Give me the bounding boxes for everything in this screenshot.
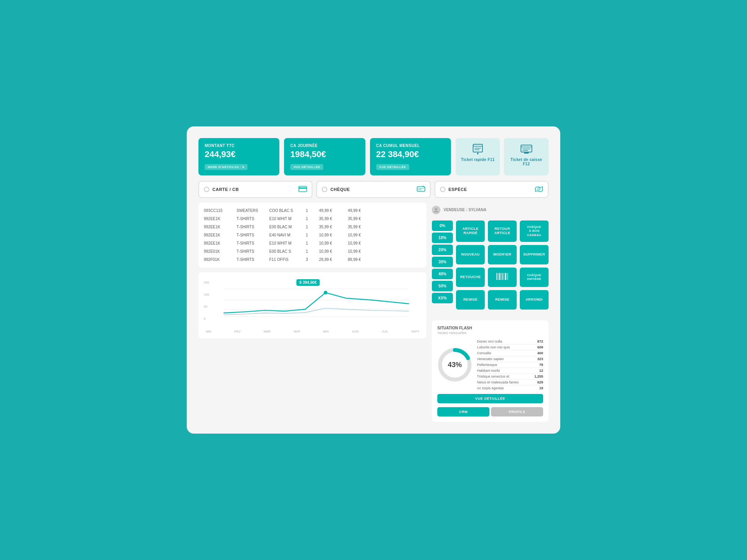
pay-carte-btn[interactable]: CARTE / CB bbox=[198, 181, 312, 198]
flash-item-value: 609 bbox=[537, 345, 543, 349]
btn-retour-article[interactable]: RETOURARTICLE bbox=[488, 220, 517, 242]
svg-rect-23 bbox=[498, 273, 498, 280]
payment-methods: CARTE / CB CHÈQUE ESPÈCE bbox=[198, 181, 549, 198]
y-label-50: 50 bbox=[204, 305, 209, 308]
y-label-0: 0 bbox=[204, 317, 209, 320]
flash-item-label: Tristique senectus et bbox=[477, 374, 509, 378]
flash-item: Pellentesque78 bbox=[477, 362, 543, 368]
btn-cheque-bon-cadeau[interactable]: CHÈQUEÀ BONCADEAU bbox=[520, 220, 549, 242]
svg-rect-9 bbox=[524, 152, 529, 154]
right-panel: VENDEUSE : SYLVANA 0% 10% 20% 30% 40% 50… bbox=[432, 203, 549, 422]
discount-40[interactable]: 40% bbox=[432, 269, 453, 279]
svg-point-15 bbox=[538, 188, 540, 190]
crm-profils: CRM PROFILS bbox=[437, 407, 543, 416]
table-row[interactable]: 093CC115 SWEATERS COO BLAC S 1 49,99 € 4… bbox=[198, 206, 426, 215]
row-qty: 1 bbox=[306, 225, 317, 229]
btn-nouveau[interactable]: NOUVEAU bbox=[456, 245, 485, 264]
row-qty: 1 bbox=[306, 208, 317, 213]
discount-xx[interactable]: XX% bbox=[432, 293, 453, 303]
card-icon bbox=[298, 186, 307, 193]
flash-item-label: Donec orci nulla bbox=[477, 340, 502, 343]
btn-barcode[interactable] bbox=[488, 268, 517, 287]
chart-labels: JAN FÉV MAR AVR MAI JUIN JUIL SEPT bbox=[204, 330, 421, 333]
row-unit: 35,99 € bbox=[319, 225, 346, 229]
ticket-caisse-label: Ticket de caisse F12 bbox=[508, 158, 545, 166]
btn-cheque-differe[interactable]: CHÈQUEDIFFÉRÉ bbox=[520, 268, 549, 287]
row-desc: F11 OFF\S bbox=[269, 257, 304, 262]
row-ref: 992E01K bbox=[204, 249, 235, 254]
row-desc: E00 BLAC M bbox=[269, 225, 304, 229]
pay-carte-label: CARTE / CB bbox=[212, 187, 239, 192]
btn-modifier[interactable]: MODIFIER bbox=[488, 245, 517, 264]
pay-espece-radio[interactable] bbox=[440, 187, 445, 192]
row-unit: 49,99 € bbox=[319, 208, 346, 213]
discount-0[interactable]: 0% bbox=[432, 220, 453, 231]
crm-btn[interactable]: CRM bbox=[437, 407, 489, 416]
btn-retouche[interactable]: RETOUCHE bbox=[456, 268, 485, 287]
stat-label-cumul: CA Cumul mensuel bbox=[376, 144, 445, 148]
table-row[interactable]: 992E01K T-SHIRTS E00 BLAC S 1 10,99 € 10… bbox=[198, 247, 426, 256]
btn-supprimer[interactable]: SUPPRIMER bbox=[520, 245, 549, 264]
svg-rect-12 bbox=[417, 187, 425, 191]
btn-article-rapide[interactable]: ARTICLERAPIDÉ bbox=[456, 220, 485, 242]
row-qty: 3 bbox=[306, 257, 317, 262]
stat-value-journee: 1984,50€ bbox=[290, 149, 359, 159]
profils-btn[interactable]: PROFILS bbox=[491, 407, 543, 416]
flash-item: Donec orci nulla872 bbox=[477, 339, 543, 345]
flash-subtitle: Ventes mensuelles bbox=[437, 331, 543, 335]
table-body: 093CC115 SWEATERS COO BLAC S 1 49,99 € 4… bbox=[198, 206, 426, 264]
pay-cheque-btn[interactable]: CHÈQUE bbox=[316, 181, 430, 198]
stat-label-journee: CA Journée bbox=[290, 144, 359, 148]
row-cat: T-SHIRTS bbox=[237, 233, 268, 237]
svg-rect-24 bbox=[499, 273, 500, 280]
action-grid-row1: ARTICLERAPIDÉ RETOURARTICLE CHÈQUEÀ BONC… bbox=[456, 220, 549, 242]
table-row[interactable]: 992EE1K T-SHIRTS E00 BLAC M 1 35,99 € 35… bbox=[198, 223, 426, 231]
svg-rect-25 bbox=[501, 273, 502, 280]
table-row[interactable]: 992EE1K T-SHIRTS E10 WHIT M 1 10,99 € 10… bbox=[198, 239, 426, 247]
vue-detaillee-journee[interactable]: VUE DÉTAILLÉE bbox=[290, 164, 323, 170]
donut-container: 43% bbox=[437, 347, 472, 382]
pay-espece-btn[interactable]: ESPÈCE bbox=[435, 181, 549, 198]
vue-detaillee-flash-btn[interactable]: VUE DÉTAILLÉE bbox=[437, 394, 543, 403]
svg-rect-22 bbox=[496, 273, 497, 280]
stat-card-montant: Montant TTC 244,93€ NBRE D'ARTICLES : 8 bbox=[198, 138, 279, 175]
svg-rect-5 bbox=[521, 145, 532, 152]
month-sept: SEPT bbox=[411, 330, 419, 333]
pay-cheque-radio[interactable] bbox=[322, 187, 327, 192]
ticket-rapide-btn[interactable]: Ticket rapide F11 bbox=[456, 138, 500, 175]
flash-item-label: Venenatis sapien bbox=[477, 357, 504, 361]
vue-detaillee-cumul[interactable]: VUE DÉTAILLÉE bbox=[376, 164, 409, 170]
discount-50[interactable]: 50% bbox=[432, 281, 453, 291]
flash-list: Donec orci nulla872Lobortis non nisi qui… bbox=[477, 339, 543, 391]
ticket-buttons: Ticket rapide F11 Ticket de caisse F12 bbox=[456, 138, 549, 175]
row-ref: 992EE1K bbox=[204, 233, 235, 237]
month-jan: JAN bbox=[205, 330, 211, 333]
btn-remise-1[interactable]: REMISE bbox=[456, 290, 485, 310]
btn-remise-2[interactable]: REMISE bbox=[488, 290, 517, 310]
flash-item-value: 323 bbox=[537, 357, 543, 361]
flash-item-label: Pellentesque bbox=[477, 363, 497, 367]
discount-20[interactable]: 20% bbox=[432, 245, 453, 255]
vendeuse-label: VENDEUSE : SYLVANA bbox=[444, 208, 486, 212]
row-desc: E10 WHIT M bbox=[269, 217, 304, 221]
row-ref: 992EE1K bbox=[204, 217, 235, 221]
bottom-panel: SITUATION FLASH Ventes mensuelles 43% Do… bbox=[432, 320, 549, 422]
month-mai: MAI bbox=[323, 330, 328, 333]
table-row[interactable]: 992EE1K T-SHIRTS E10 WHIT M 1 35,99 € 35… bbox=[198, 215, 426, 223]
vendeuse-row: VENDEUSE : SYLVANA bbox=[432, 203, 549, 216]
discount-30[interactable]: 30% bbox=[432, 257, 453, 267]
ticket-caisse-icon bbox=[520, 144, 533, 154]
row-unit: 10,99 € bbox=[319, 233, 346, 237]
row-unit: 29,99 € bbox=[319, 257, 346, 262]
table-row[interactable]: 992F01K T-SHIRTS F11 OFF\S 3 29,99 € 89,… bbox=[198, 256, 426, 264]
btn-arrondi[interactable]: ARRONDI bbox=[520, 290, 549, 310]
row-total: 10,99 € bbox=[348, 241, 375, 245]
row-unit: 35,99 € bbox=[319, 217, 346, 221]
action-grid-row3: RETOUCHE CHÈQUEDIFFÉRÉ bbox=[456, 268, 549, 287]
discount-10[interactable]: 10% bbox=[432, 233, 453, 243]
ticket-caisse-btn[interactable]: Ticket de caisse F12 bbox=[504, 138, 549, 175]
action-grid-row4: REMISE REMISE ARRONDI bbox=[456, 290, 549, 310]
table-row[interactable]: 992EE1K T-SHIRTS E40 NAVI M 1 10,99 € 10… bbox=[198, 231, 426, 239]
pay-carte-radio[interactable] bbox=[204, 187, 209, 192]
row-total: 35,99 € bbox=[348, 217, 375, 221]
